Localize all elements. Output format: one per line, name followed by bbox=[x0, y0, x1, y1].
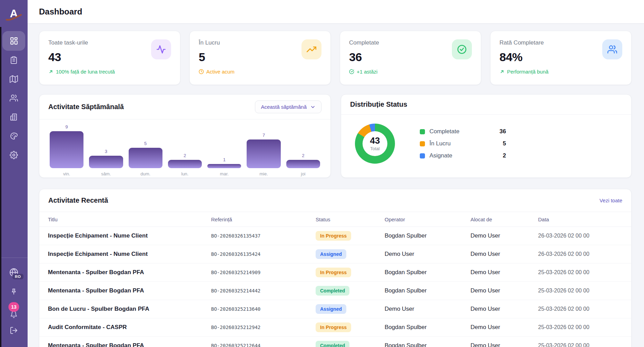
table-row[interactable]: Mentenanta - Spulber Bogdan PFABO-202603… bbox=[39, 282, 631, 300]
cell-status: Assigned bbox=[316, 304, 385, 314]
arrow-up-right-icon bbox=[48, 69, 53, 74]
cell-operator: Bogdan Spulber bbox=[385, 287, 470, 294]
status-badge: Assigned bbox=[316, 304, 346, 314]
sidebar-item-users[interactable] bbox=[0, 88, 28, 107]
pinned-items-button[interactable] bbox=[0, 282, 28, 301]
status-badge: Completed bbox=[316, 286, 349, 296]
stat-trend-text: 100% față de luna trecută bbox=[56, 69, 115, 75]
legend-swatch bbox=[420, 141, 425, 146]
stat-cards-row: Toate task-urile 43 100% față de luna tr… bbox=[39, 31, 632, 85]
legend-item[interactable]: Completate36 bbox=[420, 128, 506, 135]
table-row[interactable]: Mentenanta - Spulber Bogdan PFABO-202603… bbox=[39, 263, 631, 282]
legend-value: 36 bbox=[499, 128, 506, 135]
app-logo[interactable]: A bbox=[0, 0, 28, 27]
status-badge: In Progress bbox=[316, 322, 351, 332]
week-filter-label: Această săptămână bbox=[261, 104, 307, 110]
status-badge: In Progress bbox=[316, 231, 351, 241]
bar-category-label: sâm. bbox=[101, 171, 111, 177]
legend-label: Asignate bbox=[429, 152, 498, 159]
cell-reference: BO-20260326135424 bbox=[211, 251, 316, 257]
language-badge: RO bbox=[12, 274, 23, 279]
page-title: Dashboard bbox=[39, 7, 82, 17]
sidebar-item-settings[interactable] bbox=[0, 145, 28, 164]
cell-operator: Bogdan Spulber bbox=[385, 269, 470, 276]
legend-item[interactable]: În Lucru5 bbox=[420, 140, 506, 147]
table-row[interactable]: Audit Conformitate - CASPRBO-20260325212… bbox=[39, 318, 631, 337]
cell-status: Completed bbox=[316, 341, 385, 347]
sidebar-item-appearance[interactable] bbox=[0, 126, 28, 145]
sidebar-item-tasks[interactable] bbox=[0, 50, 28, 69]
recent-activity-title: Activitate Recentă bbox=[48, 196, 108, 204]
legend-item[interactable]: Asignate2 bbox=[420, 152, 506, 159]
legend-value: 2 bbox=[503, 152, 506, 159]
gear-icon bbox=[10, 151, 18, 159]
cell-date: 26-03-2026 02 00 00 bbox=[538, 251, 623, 257]
column-header: Alocat de bbox=[470, 216, 538, 222]
legend-label: Completate bbox=[429, 128, 495, 135]
cell-assigned-by: Demo User bbox=[470, 306, 538, 312]
bar-category-label: lun. bbox=[181, 171, 189, 177]
table-row[interactable]: Mentenanta - Spulber Bogdan PFABO-202603… bbox=[39, 337, 631, 347]
pin-icon bbox=[10, 288, 18, 296]
cell-title: Mentenanta - Spulber Bogdan PFA bbox=[48, 287, 211, 294]
status-distribution-title: Distribuție Status bbox=[350, 100, 407, 108]
week-filter-dropdown[interactable]: Această săptămână bbox=[255, 100, 321, 113]
status-legend: Completate36În Lucru5Asignate2 bbox=[420, 128, 506, 159]
bar-column: 2lun. bbox=[165, 122, 205, 177]
table-row[interactable]: Inspecție Echipament - Nume ClientBO-202… bbox=[39, 245, 631, 263]
see-all-link[interactable]: Vezi toate bbox=[600, 197, 622, 203]
users-icon bbox=[607, 45, 617, 54]
status-badge: In Progress bbox=[316, 268, 351, 277]
sidebar: A bbox=[0, 0, 28, 347]
sidebar-bottom: RO 13 bbox=[0, 258, 28, 347]
logo-swoosh-icon bbox=[6, 14, 22, 21]
sidebar-item-dashboard[interactable] bbox=[0, 31, 28, 50]
legend-value: 5 bbox=[503, 140, 506, 147]
legend-swatch bbox=[420, 153, 425, 158]
cell-status: In Progress bbox=[316, 322, 385, 332]
weekly-activity-card: Activitate Săptămânală Această săptămână… bbox=[39, 94, 331, 178]
sidebar-item-map[interactable] bbox=[0, 69, 28, 88]
dashboard-grid-icon bbox=[10, 37, 18, 45]
logout-icon bbox=[10, 326, 18, 335]
bar[interactable] bbox=[247, 139, 280, 168]
bell-icon bbox=[10, 311, 18, 318]
cell-date: 25-03-2026 02 00 00 bbox=[538, 306, 623, 312]
language-switcher[interactable]: RO bbox=[0, 263, 28, 282]
chevron-down-icon bbox=[310, 104, 316, 110]
donut-total-label: Total bbox=[370, 146, 379, 151]
cell-date: 25-03-2026 02 00 00 bbox=[538, 288, 623, 294]
sidebar-item-organizations[interactable] bbox=[0, 107, 28, 126]
cell-status: Assigned bbox=[316, 249, 385, 259]
bar[interactable] bbox=[129, 148, 162, 168]
bar[interactable] bbox=[50, 131, 83, 168]
bar[interactable] bbox=[168, 160, 202, 168]
bar[interactable] bbox=[286, 160, 320, 168]
bar-category-label: vin. bbox=[63, 171, 70, 177]
cell-operator: Bogdan Spulber bbox=[385, 324, 470, 331]
cell-date: 25-03-2026 02 00 00 bbox=[538, 269, 623, 276]
stat-label: Rată Completare bbox=[499, 39, 548, 46]
stat-label: Toate task-urile bbox=[48, 39, 115, 46]
cell-title: Inspecție Echipament - Nume Client bbox=[48, 232, 211, 239]
notification-count-badge: 13 bbox=[9, 302, 19, 312]
bar-value-label: 1 bbox=[223, 157, 226, 162]
bar[interactable] bbox=[207, 164, 241, 168]
cell-operator: Demo User bbox=[385, 251, 470, 258]
cell-operator: Bogdan Spulber bbox=[385, 342, 470, 347]
table-row[interactable]: Inspecție Echipament - Nume ClientBO-202… bbox=[39, 227, 631, 245]
weekly-bar-chart: 9vin.3sâm.5dum.2lun.1mar.7mie.2joi bbox=[39, 119, 330, 177]
map-icon bbox=[10, 75, 18, 83]
bar[interactable] bbox=[89, 156, 123, 168]
notifications-button[interactable]: 13 bbox=[0, 301, 28, 321]
cell-date: 25-03-2026 02 00 00 bbox=[538, 324, 623, 330]
bar-category-label: mar. bbox=[220, 171, 229, 177]
table-row[interactable]: Bon de Lucru - Spulber Bogdan PFABO-2026… bbox=[39, 300, 631, 318]
users-icon bbox=[10, 94, 18, 102]
cell-assigned-by: Demo User bbox=[470, 324, 538, 331]
cell-assigned-by: Demo User bbox=[470, 232, 538, 239]
bar-column: 7mie. bbox=[244, 122, 283, 177]
cell-reference: BO-20260325214442 bbox=[211, 288, 316, 293]
recent-activity-card: Activitate Recentă Vezi toate TitluRefer… bbox=[39, 189, 632, 347]
logout-button[interactable] bbox=[0, 321, 28, 340]
